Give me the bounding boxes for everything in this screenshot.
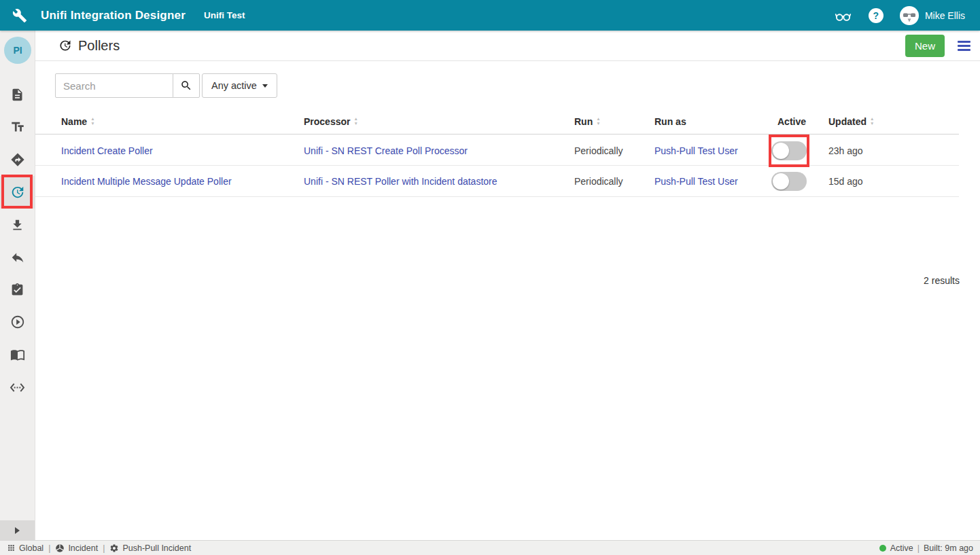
download-icon bbox=[10, 218, 24, 232]
help-icon[interactable]: ? bbox=[869, 8, 883, 23]
updated-value: 23h ago bbox=[828, 145, 959, 156]
column-header-processor[interactable]: Processor ▲▼ bbox=[304, 116, 574, 127]
glasses-icon[interactable] bbox=[834, 6, 852, 24]
annotation-box-toggle bbox=[769, 135, 809, 167]
book-icon bbox=[10, 347, 25, 362]
application-chip[interactable]: Incident bbox=[55, 543, 98, 553]
process-label: Push-Pull Incident bbox=[122, 543, 191, 553]
search-input[interactable] bbox=[55, 73, 173, 98]
play-circle-icon bbox=[10, 315, 25, 329]
app-logo[interactable] bbox=[12, 8, 27, 23]
code-icon bbox=[10, 380, 25, 395]
column-header-run-as[interactable]: Run as bbox=[654, 116, 777, 127]
poller-name-link[interactable]: Incident Create Poller bbox=[61, 145, 153, 156]
run-value: Periodically bbox=[574, 176, 654, 187]
separator: | bbox=[917, 543, 920, 553]
sidebar-item-documents[interactable] bbox=[0, 78, 35, 111]
diamond-arrow-icon bbox=[10, 152, 25, 167]
gear-icon bbox=[109, 543, 119, 553]
sidebar-item-run[interactable] bbox=[0, 306, 35, 338]
process-chip[interactable]: Push-Pull Incident bbox=[109, 543, 191, 553]
separator: | bbox=[48, 543, 50, 553]
results-count: 2 results bbox=[924, 275, 960, 286]
page-header: Pollers New bbox=[35, 31, 980, 61]
new-button[interactable]: New bbox=[905, 35, 945, 57]
active-toggle[interactable] bbox=[771, 172, 807, 191]
built-label: Built: 9m ago bbox=[924, 543, 973, 553]
run-as-link[interactable]: Push-Pull Test User bbox=[654, 145, 738, 156]
application-label: Incident bbox=[68, 543, 98, 553]
sort-icon: ▲▼ bbox=[353, 117, 357, 125]
sidebar: PI bbox=[0, 31, 35, 540]
search-button[interactable] bbox=[173, 73, 200, 98]
active-toggle[interactable] bbox=[771, 141, 807, 160]
table-header: Name ▲▼ Processor ▲▼ Run ▲▼ Run as Activ… bbox=[35, 109, 959, 135]
expand-arrow-icon bbox=[15, 527, 20, 534]
main-content: Pollers New Any active Name ▲▼ Processor… bbox=[35, 31, 980, 540]
sidebar-expand-button[interactable] bbox=[0, 520, 35, 540]
sidebar-item-download[interactable] bbox=[0, 209, 35, 241]
table-row: Incident Create Poller Unifi - SN REST C… bbox=[35, 135, 959, 166]
statusbar: Global | Incident | Push-Pull Incident A… bbox=[0, 540, 980, 555]
column-header-run[interactable]: Run ▲▼ bbox=[574, 116, 654, 127]
poller-name-link[interactable]: Incident Multiple Message Update Poller bbox=[61, 176, 232, 187]
page-title: Pollers bbox=[78, 38, 120, 54]
toolbar: Any active bbox=[55, 73, 980, 98]
sidebar-item-responses[interactable] bbox=[0, 241, 35, 274]
active-filter-dropdown[interactable]: Any active bbox=[202, 73, 277, 98]
column-header-updated[interactable]: Updated ▲▼ bbox=[828, 116, 959, 127]
run-as-link[interactable]: Push-Pull Test User bbox=[654, 176, 738, 187]
sort-icon: ▲▼ bbox=[90, 117, 94, 125]
user-avatar bbox=[900, 6, 919, 25]
poller-clock-icon bbox=[10, 185, 25, 200]
poller-clock-icon bbox=[58, 39, 72, 52]
clipboard-check-icon bbox=[10, 283, 24, 297]
wrench-icon bbox=[12, 8, 27, 23]
grid-icon bbox=[7, 543, 16, 552]
column-header-name[interactable]: Name ▲▼ bbox=[61, 116, 304, 127]
environment-link[interactable]: Unifi Test bbox=[204, 10, 245, 20]
table-row: Incident Multiple Message Update Poller … bbox=[35, 166, 959, 197]
sort-icon: ▲▼ bbox=[596, 117, 600, 125]
chevron-down-icon bbox=[262, 84, 268, 88]
menu-icon[interactable] bbox=[958, 39, 970, 52]
status-label: Active bbox=[890, 543, 913, 553]
toggle-knob bbox=[773, 143, 789, 159]
active-filter-value: Any active bbox=[211, 80, 257, 91]
scope-chip[interactable]: Global bbox=[7, 543, 43, 553]
sidebar-item-documentation[interactable] bbox=[0, 338, 35, 371]
separator: | bbox=[103, 543, 105, 553]
column-header-active: Active bbox=[777, 116, 828, 127]
text-fields-icon bbox=[10, 120, 25, 135]
updated-value: 15d ago bbox=[828, 176, 959, 187]
search-icon bbox=[180, 79, 192, 92]
sidebar-item-scripts[interactable] bbox=[0, 371, 35, 404]
reply-arrow-icon bbox=[10, 250, 25, 265]
toggle-knob bbox=[773, 173, 789, 190]
sidebar-item-messages[interactable] bbox=[0, 143, 35, 176]
application-icon bbox=[55, 543, 65, 553]
workspace-avatar[interactable]: PI bbox=[4, 37, 31, 64]
topbar: Unifi Integration Designer Unifi Test ? … bbox=[0, 0, 980, 31]
user-menu[interactable]: Mike Ellis bbox=[900, 6, 965, 25]
processor-link[interactable]: Unifi - SN REST Create Poll Processor bbox=[304, 145, 468, 156]
sidebar-item-tasks[interactable] bbox=[0, 273, 35, 306]
sort-icon: ▲▼ bbox=[870, 117, 874, 125]
scope-label: Global bbox=[19, 543, 43, 553]
sidebar-item-fields[interactable] bbox=[0, 111, 35, 143]
user-name: Mike Ellis bbox=[925, 10, 965, 21]
document-icon bbox=[10, 88, 24, 102]
sidebar-item-pollers[interactable] bbox=[0, 176, 35, 209]
status-dot-icon bbox=[879, 545, 886, 552]
processor-link[interactable]: Unifi - SN REST Poller with Incident dat… bbox=[304, 176, 497, 187]
app-title: Unifi Integration Designer bbox=[41, 9, 186, 22]
run-value: Periodically bbox=[574, 145, 654, 156]
